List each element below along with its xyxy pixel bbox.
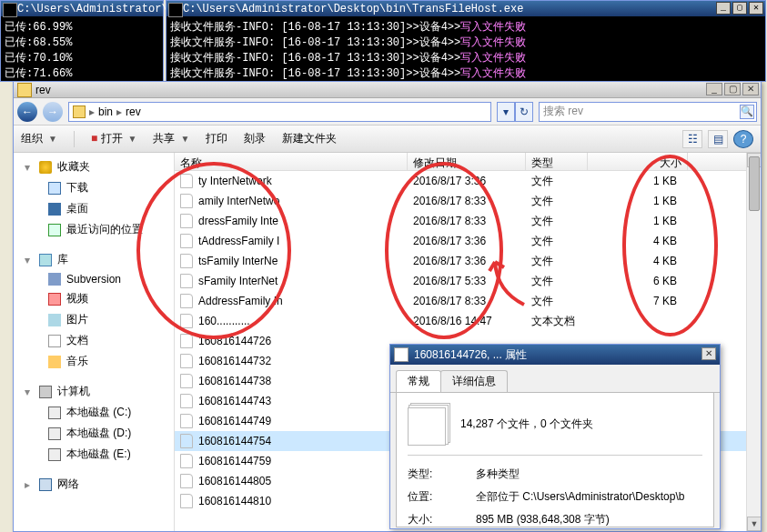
file-name: amily InterNetwo [198,195,279,207]
console-right-title-text: C:\Users\Administrator\Desktop\bin\Trans… [183,3,523,15]
burn-button[interactable]: 刻录 [244,131,266,146]
drive-icon [48,427,61,440]
col-name[interactable]: 名称 [175,153,408,170]
console-window-right: C:\Users\Administrator\Desktop\bin\Trans… [166,0,766,82]
search-input[interactable]: 搜索 rev 🔍 [539,102,757,122]
open-button[interactable]: ■ 打开 [91,131,123,146]
nav-favorites[interactable]: 收藏夹 [14,156,174,177]
file-name: 160816144749 [198,415,271,427]
file-size: 4 KB [588,235,688,247]
file-type: 文件 [526,194,588,209]
scrollbar[interactable]: ▲ ▼ [746,153,761,531]
table-row[interactable]: dressFamily Inte2016/8/17 8:33文件1 KB [175,211,761,231]
file-icon [180,414,193,428]
table-row[interactable]: tsFamily InterNe2016/8/17 3:36文件4 KB [175,251,761,271]
nav-back-button[interactable]: ← [17,102,37,122]
file-name: 160816144738 [198,375,271,387]
breadcrumb-bin[interactable]: bin [98,105,113,118]
prop-size-value: 895 MB (938,648,308 字节) [476,512,610,527]
breadcrumb[interactable]: ▸ bin ▸ rev [68,102,491,122]
file-type: 文本文档 [526,314,588,329]
nav-documents[interactable]: 文档 [14,330,174,351]
col-modified[interactable]: 修改日期 [408,153,526,170]
nav-drive-d[interactable]: 本地磁盘 (D:) [14,423,174,444]
chevron-right-icon[interactable]: ▸ [89,105,95,118]
file-date: 2016/8/17 3:36 [408,255,526,267]
nav-drive-c[interactable]: 本地磁盘 (C:) [14,402,174,423]
console-right-title: C:\Users\Administrator\Desktop\bin\Trans… [167,1,765,17]
col-size[interactable]: 大小 [588,153,688,170]
view-button[interactable]: ☷ [682,130,702,148]
close-icon[interactable]: ✕ [701,347,716,360]
share-button[interactable]: 共享 [153,131,175,146]
nav-forward-button[interactable]: → [43,102,63,122]
newfolder-button[interactable]: 新建文件夹 [282,131,337,146]
address-dropdown[interactable]: ▾ [497,102,515,122]
table-row[interactable]: sFamily InterNet2016/8/17 5:33文件6 KB [175,271,761,291]
close-icon[interactable]: ✕ [742,83,759,95]
table-row[interactable]: ty InterNetwork2016/8/17 3:36文件1 KB [175,171,761,191]
prop-type-value: 多种类型 [476,467,520,482]
properties-tabs: 常规 详细信息 [390,365,720,393]
properties-dialog: 160816144726, ... 属性 ✕ 常规 详细信息 14,287 个文… [389,344,721,529]
document-icon [48,335,61,347]
file-icon [180,494,193,508]
tab-general[interactable]: 常规 [396,370,441,392]
table-row[interactable]: amily InterNetwo2016/8/17 8:33文件1 KB [175,191,761,211]
file-icon [180,254,193,268]
properties-body: 14,287 个文件，0 个文件夹 类型:多种类型 位置:全部位于 C:\Use… [396,393,714,527]
prop-loc-value: 全部位于 C:\Users\Administrator\Desktop\b [476,489,684,505]
search-icon[interactable]: 🔍 [740,105,754,119]
file-date: 2016/8/17 8:33 [408,295,526,307]
min-icon[interactable]: _ [716,2,731,15]
max-icon[interactable]: ▢ [732,2,747,15]
breadcrumb-rev[interactable]: rev [126,105,141,118]
nav-pictures[interactable]: 图片 [14,309,174,330]
tab-details[interactable]: 详细信息 [440,370,508,392]
star-icon [39,161,52,174]
scroll-thumb[interactable] [749,156,760,211]
nav-downloads[interactable]: 下载 [14,177,174,198]
column-headers: 名称 修改日期 类型 大小 [175,153,761,171]
col-type[interactable]: 类型 [526,153,588,170]
prop-size-label: 大小: [408,512,476,527]
nav-tree[interactable]: 收藏夹 下载 桌面 最近访问的位置 库 Subversion 视频 图片 文档 … [14,153,175,531]
toolbar: 组织▼ ■ 打开▼ 共享▼ 打印 刻录 新建文件夹 ☷ ▤ ? [14,125,761,153]
file-name: 160816144759 [198,455,271,467]
min-icon[interactable]: _ [706,83,722,95]
print-button[interactable]: 打印 [206,131,227,146]
organize-button[interactable]: 组织 [21,131,43,146]
nav-video[interactable]: 视频 [14,288,174,309]
scroll-down-icon[interactable]: ▼ [747,517,761,531]
file-stack-icon [408,407,446,446]
file-name: 160816144743 [198,395,271,407]
file-icon [180,314,193,328]
table-row[interactable]: tAddressFamily I2016/8/17 3:36文件4 KB [175,231,761,251]
nav-recent[interactable]: 最近访问的位置 [14,219,174,240]
picture-icon [48,314,61,326]
max-icon[interactable]: ▢ [724,83,741,95]
refresh-button[interactable]: ↻ [515,102,533,122]
explorer-titlebar: rev _ ▢ ✕ [14,82,761,98]
nav-music[interactable]: 音乐 [14,351,174,372]
nav-computer[interactable]: 计算机 [14,381,174,402]
close-icon[interactable]: ✕ [749,2,763,15]
preview-pane-button[interactable]: ▤ [708,130,728,148]
table-row[interactable]: AddressFamily In2016/8/17 8:33文件7 KB [175,291,761,311]
console-left-title-text: C:\Users\Administrator\ [17,3,168,15]
file-type: 文件 [526,214,588,229]
svn-icon [48,273,61,286]
nav-subversion[interactable]: Subversion [14,270,174,288]
nav-network[interactable]: 网络 [14,474,174,495]
help-button[interactable]: ? [733,130,753,148]
nav-desktop[interactable]: 桌面 [14,198,174,219]
file-size: 7 KB [588,295,688,307]
file-icon [180,214,193,228]
folder-icon [73,105,86,118]
nav-drive-e[interactable]: 本地磁盘 (E:) [14,444,174,465]
nav-library[interactable]: 库 [14,249,174,270]
network-icon [39,478,52,491]
table-row[interactable]: 160...........2016/8/16 14:47文本文档 [175,311,761,331]
desktop-icon [48,203,61,216]
chevron-right-icon[interactable]: ▸ [116,105,122,118]
